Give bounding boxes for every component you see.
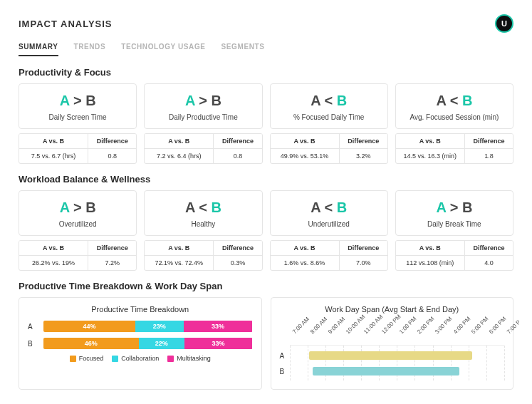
side-b: B — [211, 93, 221, 108]
val-avsb: 7.5 vs. 6.7 (hrs) — [19, 149, 88, 163]
metric-card: A > BOverutilized — [19, 190, 137, 236]
comparison-symbol: < — [320, 200, 337, 215]
stack-bar: 44% 23% 33% — [43, 321, 253, 332]
metric-card: A < BAvg. Focused Session (min) — [395, 83, 513, 129]
comparison-badge: A < B — [276, 200, 382, 216]
grid-line — [504, 346, 505, 380]
tick-label: 6:00 PM — [488, 316, 507, 335]
side-a: A — [185, 93, 195, 108]
val-diff: 0.8 — [214, 149, 261, 163]
chart-workday-span: Work Day Span (Avg Start & End Day) 7:00… — [271, 297, 514, 390]
metric-subtable: A vs. B Difference 49.9% vs. 53.1% 3.2% — [270, 133, 388, 164]
seg-multitasking: 33% — [184, 321, 253, 332]
comparison-symbol: > — [69, 93, 85, 108]
tab-trends[interactable]: TRENDS — [74, 43, 106, 56]
chart-productive-breakdown: Productive Time Breakdown A 44% 23% 33% … — [19, 297, 262, 390]
side-b: B — [462, 200, 472, 215]
page-title: IMPACT ANALYSIS — [19, 19, 113, 29]
val-avsb: 14.5 vs. 16.3 (min) — [396, 149, 465, 163]
stack-bar: 46% 22% 33% — [43, 338, 253, 349]
comparison-symbol: < — [446, 93, 462, 108]
subrow-wellness: A vs. B Difference 26.2% vs. 19% 7.2% A … — [19, 240, 513, 271]
col-avsb: A vs. B — [145, 134, 214, 149]
metric-label: Healthy — [150, 220, 256, 228]
col-diff: Difference — [465, 134, 513, 149]
seg-collaboration: 23% — [135, 321, 184, 332]
seg-focused: 44% — [43, 321, 135, 332]
tab-summary[interactable]: SUMMARY — [19, 43, 58, 56]
comparison-symbol: < — [195, 200, 212, 215]
side-a: A — [436, 93, 446, 108]
tick-label: 10:00 AM — [345, 314, 366, 335]
col-diff: Difference — [340, 241, 387, 256]
metric-label: Daily Break Time — [402, 220, 507, 228]
tick-label: 4:00 PM — [452, 316, 471, 335]
side-b: B — [337, 93, 347, 108]
col-avsb: A vs. B — [396, 134, 465, 149]
col-diff: Difference — [340, 134, 387, 149]
tick-label: 8:00 AM — [309, 316, 328, 335]
col-diff: Difference — [465, 241, 513, 256]
col-avsb: A vs. B — [396, 241, 465, 256]
span-bar — [313, 367, 459, 375]
span-bar — [309, 351, 472, 360]
side-b: B — [337, 200, 347, 215]
page-header: IMPACT ANALYSIS U — [19, 14, 513, 33]
metric-subtable: A vs. B Difference 112 vs.108 (min) 4.0 — [395, 240, 513, 271]
metric-subtable: A vs. B Difference 1.6% vs. 8.6% 7.0% — [270, 240, 388, 271]
stack-row: B 46% 22% 33% — [28, 338, 253, 349]
side-b: B — [211, 200, 221, 215]
val-avsb: 49.9% vs. 53.1% — [271, 149, 340, 163]
tab-technology-usage[interactable]: TECHNOLOGY USAGE — [121, 43, 205, 56]
val-avsb: 26.2% vs. 19% — [19, 256, 88, 270]
metric-card: A > BDaily Break Time — [395, 190, 513, 236]
section-title-wellness: Workload Balance & Wellness — [19, 174, 513, 185]
metric-subtable: A vs. B Difference 14.5 vs. 16.3 (min) 1… — [395, 133, 513, 164]
row-label: B — [280, 368, 288, 375]
side-a: A — [311, 93, 320, 108]
metric-label: Overutilized — [25, 220, 130, 228]
row-label: A — [280, 352, 288, 360]
metric-subtable: A vs. B Difference 26.2% vs. 19% 7.2% — [19, 240, 137, 271]
col-avsb: A vs. B — [271, 241, 340, 256]
col-diff: Difference — [214, 134, 261, 149]
col-avsb: A vs. B — [19, 134, 88, 149]
chart-title: Productive Time Breakdown — [28, 305, 253, 314]
charts-row: Productive Time Breakdown A 44% 23% 33% … — [19, 297, 513, 390]
legend-multitasking: Multitasking — [167, 355, 211, 362]
metric-label: Underutilized — [276, 220, 382, 228]
val-avsb: 112 vs.108 (min) — [396, 256, 465, 270]
stacked-bars: A 44% 23% 33% B 46% 22% 33% — [28, 321, 253, 349]
metric-subtable: A vs. B Difference 72.1% vs. 72.4% 0.3% — [144, 240, 262, 271]
metric-label: Daily Productive Time — [150, 113, 256, 121]
span-area: AB — [290, 345, 505, 380]
col-diff: Difference — [88, 134, 136, 149]
seg-collaboration: 22% — [139, 338, 184, 349]
metric-subtable: A vs. B Difference 7.2 vs. 6.4 (hrs) 0.8 — [144, 133, 262, 164]
metric-card: A < BHealthy — [144, 190, 262, 236]
side-b: B — [462, 93, 472, 108]
comparison-symbol: > — [446, 200, 462, 215]
row-label: B — [28, 340, 38, 348]
comparison-symbol: > — [69, 200, 85, 215]
legend-focused: Focused — [70, 355, 104, 362]
avatar[interactable]: U — [495, 14, 513, 33]
col-avsb: A vs. B — [145, 241, 214, 256]
tick-label: 7:00 P — [506, 319, 522, 336]
col-avsb: A vs. B — [19, 241, 88, 256]
comparison-badge: A < B — [402, 93, 507, 109]
span-row: B — [290, 366, 505, 377]
span-row: A — [290, 350, 505, 361]
col-avsb: A vs. B — [271, 134, 340, 149]
comparison-badge: A < B — [276, 93, 382, 109]
val-diff: 4.0 — [465, 256, 513, 270]
tick-label: 5:00 PM — [470, 316, 489, 335]
val-avsb: 7.2 vs. 6.4 (hrs) — [145, 149, 214, 163]
side-a: A — [436, 200, 446, 215]
tab-segments[interactable]: SEGMENTS — [221, 43, 265, 56]
comparison-badge: A > B — [25, 200, 130, 216]
section-title-breakdown: Productive Time Breakdown & Work Day Spa… — [19, 281, 513, 291]
val-diff: 7.2% — [88, 256, 136, 270]
metric-label: Avg. Focused Session (min) — [402, 113, 507, 121]
avatar-letter: U — [501, 19, 507, 28]
